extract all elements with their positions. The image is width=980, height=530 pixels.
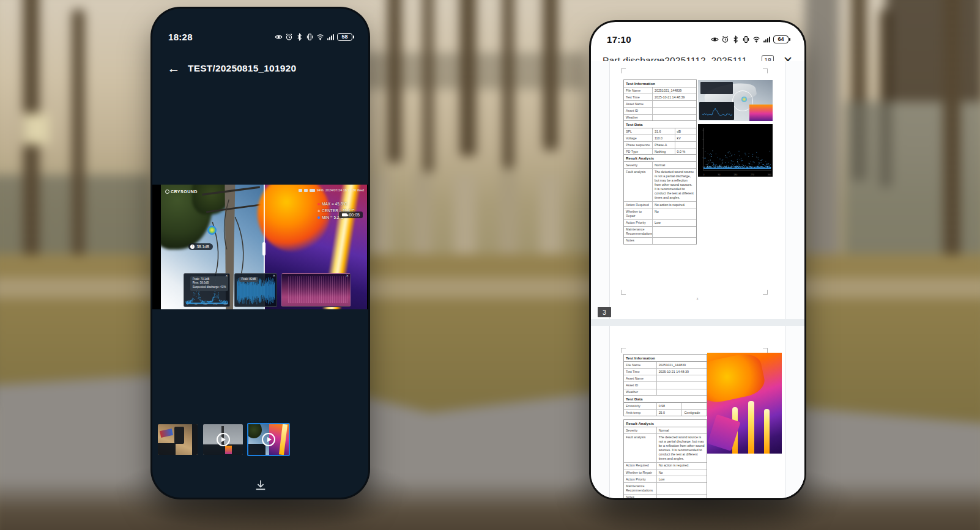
table-row-value: 20251021_144839 bbox=[652, 87, 696, 94]
table-row-value bbox=[652, 108, 696, 114]
report-thermal-image bbox=[707, 353, 782, 454]
thumbnail-video-1[interactable] bbox=[203, 424, 243, 455]
flag-icon bbox=[304, 189, 308, 192]
spectrogram-panel: ✕ bbox=[281, 273, 351, 307]
table-row-value: 110.0 bbox=[652, 135, 675, 141]
crop-mark bbox=[621, 68, 626, 73]
table-row: Action PriorityLow bbox=[624, 220, 696, 227]
table-row-value bbox=[652, 227, 696, 237]
table-row: Test Time2025-10-21 14:48:39 bbox=[624, 94, 696, 101]
signal-icon bbox=[763, 35, 771, 43]
table-row: Asset ID bbox=[624, 382, 707, 389]
table-row: Fault analysisThe detected sound source … bbox=[624, 434, 707, 463]
thermal-bushing bbox=[748, 401, 754, 454]
background-insulator-pole bbox=[72, 10, 84, 279]
table-row-value: No bbox=[656, 469, 707, 476]
vibrate-icon bbox=[742, 35, 750, 43]
gallery-header: ← TEST/20250815_101920 bbox=[152, 57, 368, 79]
crop-mark bbox=[763, 348, 768, 353]
photo-thermal-inset bbox=[749, 105, 773, 121]
left-status-bar: 18:28 58 bbox=[152, 29, 368, 44]
camera-datetime: 2024/07/24 16:27:36 Wed bbox=[325, 188, 364, 192]
camera-status-bar: 94% 2024/07/24 16:27:36 Wed bbox=[299, 188, 364, 192]
polar-chart-panel: ✕ Peak: 73.1dB Rms: 58.0dB Suspected dis… bbox=[184, 273, 230, 307]
center-temp-cross bbox=[317, 210, 320, 212]
table-row: Action RequiredNo action is required. bbox=[624, 463, 707, 469]
document-viewport[interactable]: 3 Test Information File Name20251021_144… bbox=[591, 61, 804, 498]
eye-icon bbox=[711, 35, 719, 43]
thumbnail-strip bbox=[152, 423, 368, 460]
table-row-value bbox=[656, 495, 707, 498]
background-path bbox=[0, 278, 980, 298]
table-row-value: No bbox=[652, 208, 696, 219]
screenshot-root: 18:28 58 ← TEST/20250815_101920 bbox=[0, 0, 980, 530]
table-row: SeverityNormal bbox=[624, 162, 696, 169]
wifi-icon bbox=[752, 35, 760, 43]
temp-max: MAX = 45.8°C bbox=[317, 201, 355, 207]
table-row-value: Low bbox=[656, 476, 707, 482]
battery-icon: 58 bbox=[337, 33, 352, 41]
table-row-label: Emissivity bbox=[624, 403, 656, 409]
thumbnail-video-2-selected[interactable] bbox=[247, 423, 290, 456]
peak-chip: Peak: 82dB bbox=[239, 277, 259, 282]
table-row-value: Low bbox=[652, 220, 696, 226]
eye-icon bbox=[275, 33, 283, 41]
table-row: Notes bbox=[624, 495, 707, 498]
crop-mark bbox=[763, 68, 768, 73]
sound-level-value: 38.1dB bbox=[196, 245, 209, 249]
thumb-thermal bbox=[225, 446, 232, 454]
table-row: Asset ID bbox=[624, 108, 696, 114]
download-icon bbox=[254, 478, 267, 491]
table-row-label: Severity bbox=[624, 162, 652, 168]
download-button[interactable] bbox=[250, 474, 271, 495]
table-row: Maintenance Recommendations bbox=[624, 483, 707, 494]
close-icon: ✕ bbox=[225, 274, 228, 278]
table-row-value: Normal bbox=[656, 427, 707, 433]
video-player-area[interactable]: CRYSOUND ! 38.1dB 94% bbox=[152, 185, 368, 309]
thumb-sidebar bbox=[192, 424, 198, 455]
photo-overlay-panel bbox=[700, 82, 733, 94]
thumbnail-photo-desk[interactable] bbox=[158, 424, 198, 455]
sound-level-label: ! 38.1dB bbox=[188, 243, 213, 250]
test-data-table: Test Data SPL31.6dBVoltage110.0kVPhase s… bbox=[623, 120, 697, 156]
table-row-label: Action Required bbox=[624, 202, 652, 208]
status-icons: 64 bbox=[711, 35, 789, 43]
clock-text: 17:10 bbox=[607, 34, 631, 45]
table-row-label: Notes bbox=[624, 238, 652, 244]
background-light-panel bbox=[24, 114, 50, 144]
background-insulator-pole bbox=[388, 0, 401, 163]
mini-chart bbox=[702, 103, 732, 119]
table-title: Result Analysis bbox=[624, 420, 707, 427]
split-divider-handle[interactable] bbox=[262, 242, 265, 256]
table-row-value bbox=[656, 382, 707, 388]
table-row: Notes bbox=[624, 238, 696, 244]
table-row-value: Normal bbox=[652, 162, 696, 168]
brand-text: CRYSOUND bbox=[171, 190, 198, 194]
video-frame: CRYSOUND ! 38.1dB 94% bbox=[161, 185, 367, 309]
spectrum-scatter bbox=[698, 124, 773, 177]
photo-chart-panel bbox=[699, 102, 733, 120]
table-row: File Name20251021_144839 bbox=[624, 87, 696, 94]
photo-sound-spot bbox=[741, 97, 747, 102]
table-row-value: The detected sound source is not a parti… bbox=[652, 169, 696, 201]
camera-battery-icon bbox=[310, 189, 315, 192]
peak-value: Peak: 73.1dB bbox=[193, 278, 226, 282]
background-bushing-stack bbox=[886, 0, 980, 101]
close-icon: ✕ bbox=[273, 274, 276, 278]
result-analysis-table: Result Analysis SeverityNormalFault anal… bbox=[623, 419, 707, 498]
table-row-label: Asset ID bbox=[624, 108, 652, 114]
table-row-label: File Name bbox=[624, 87, 652, 94]
info-icon: ! bbox=[190, 245, 195, 249]
table-row-label: Action Required bbox=[624, 463, 656, 469]
table-row-value: Centigrade bbox=[681, 410, 707, 416]
back-button[interactable]: ← bbox=[165, 59, 183, 78]
table-row-label: Asset Name bbox=[624, 101, 652, 107]
table-row: Maintenance Recommendations bbox=[624, 227, 696, 238]
table-row-value: 25.0 bbox=[656, 410, 682, 416]
table-row-value: 0.98 bbox=[656, 403, 682, 409]
table-row-label: Phase sequence bbox=[624, 142, 652, 148]
table-row-value: Phase-A bbox=[652, 142, 675, 148]
report-spectrum-chart: 0 90 180 270 360 bbox=[698, 124, 773, 177]
table-row-value: No action is required. bbox=[652, 202, 696, 208]
current-page-badge: 3 bbox=[598, 307, 611, 317]
